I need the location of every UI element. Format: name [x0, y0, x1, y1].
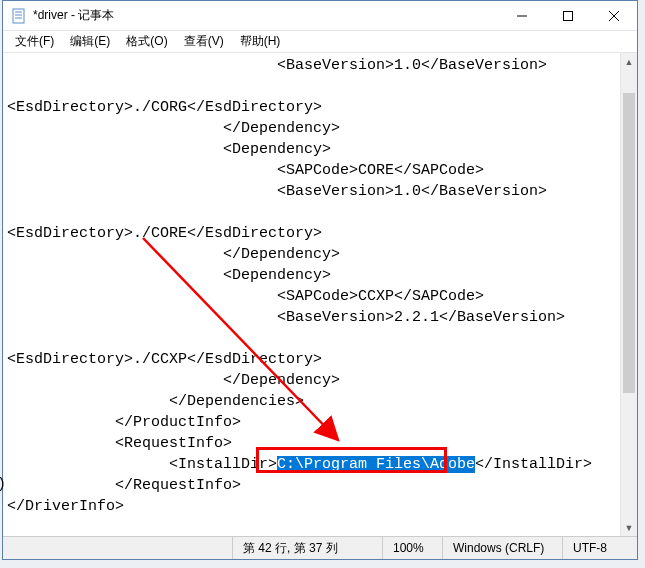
minimize-button[interactable] [499, 1, 545, 31]
editor-line: </RequestInfo> [7, 477, 241, 494]
maximize-button[interactable] [545, 1, 591, 31]
editor-line: <SAPCode>CCXP</SAPCode> [7, 288, 484, 305]
scroll-thumb[interactable] [623, 93, 635, 393]
app-icon [11, 8, 27, 24]
selected-text: C:\Program Files\Adobe [277, 456, 475, 473]
status-eol: Windows (CRLF) [442, 537, 562, 559]
editor-line: <SAPCode>CORE</SAPCode> [7, 162, 484, 179]
editor-line: </InstallDir> [475, 456, 592, 473]
editor-line: <Dependency> [7, 141, 331, 158]
background-stray-text: ) [0, 476, 6, 493]
status-encoding: UTF-8 [562, 537, 637, 559]
window-title: *driver - 记事本 [33, 7, 114, 24]
editor-line: </DriverInfo> [7, 498, 124, 515]
editor-line: <EsdDirectory>./CCXP</EsdDirectory> [7, 351, 322, 368]
menu-format[interactable]: 格式(O) [118, 31, 175, 52]
menu-help[interactable]: 帮助(H) [232, 31, 289, 52]
editor-line: <InstallDir> [7, 456, 277, 473]
menu-file[interactable]: 文件(F) [7, 31, 62, 52]
editor-line: <Dependency> [7, 267, 331, 284]
editor-line: <EsdDirectory>./CORE</EsdDirectory> [7, 225, 322, 242]
editor-line: <RequestInfo> [7, 435, 232, 452]
editor-line: </Dependency> [7, 246, 340, 263]
editor-line: </Dependency> [7, 372, 340, 389]
scroll-down-arrow[interactable]: ▼ [621, 519, 637, 536]
menu-view[interactable]: 查看(V) [176, 31, 232, 52]
status-zoom: 100% [382, 537, 442, 559]
editor-line: </Dependency> [7, 120, 340, 137]
editor-line: </Dependencies> [7, 393, 304, 410]
editor-line: <BaseVersion>2.2.1</BaseVersion> [7, 309, 565, 326]
statusbar: 第 42 行, 第 37 列 100% Windows (CRLF) UTF-8 [3, 536, 637, 559]
svg-rect-0 [13, 9, 24, 23]
vertical-scrollbar[interactable]: ▲ ▼ [620, 53, 637, 536]
editor-line: </ProductInfo> [7, 414, 241, 431]
scroll-up-arrow[interactable]: ▲ [621, 53, 637, 70]
menubar: 文件(F) 编辑(E) 格式(O) 查看(V) 帮助(H) [3, 31, 637, 52]
notepad-window: *driver - 记事本 文件(F) 编辑(E) 格式(O) 查看(V) 帮助… [2, 0, 638, 560]
svg-rect-5 [564, 11, 573, 20]
status-position: 第 42 行, 第 37 列 [232, 537, 382, 559]
editor-line: <EsdDirectory>./CORG</EsdDirectory> [7, 99, 322, 116]
titlebar[interactable]: *driver - 记事本 [3, 1, 637, 31]
text-editor[interactable]: <BaseVersion>1.0</BaseVersion> <EsdDirec… [3, 53, 620, 536]
editor-line: <BaseVersion>1.0</BaseVersion> [7, 183, 547, 200]
editor-line: <BaseVersion>1.0</BaseVersion> [7, 57, 547, 74]
menu-edit[interactable]: 编辑(E) [62, 31, 118, 52]
status-spacer [3, 537, 232, 559]
close-button[interactable] [591, 1, 637, 31]
